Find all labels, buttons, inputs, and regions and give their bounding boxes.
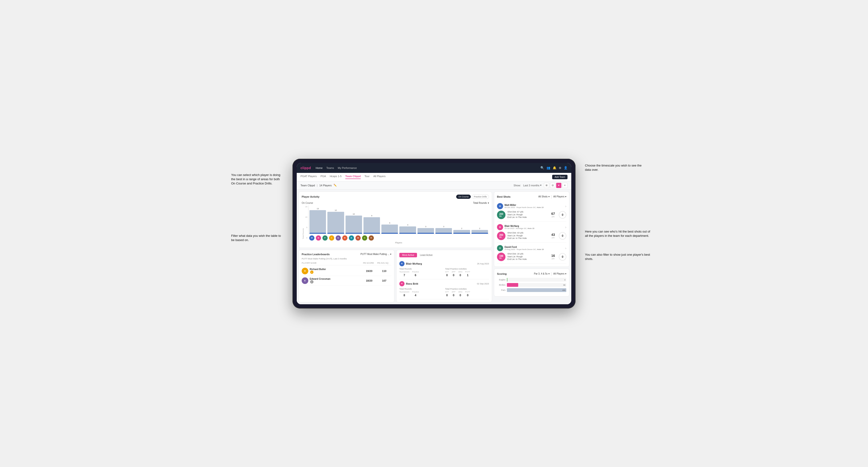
practice-player: R Richard Butler 1 xyxy=(302,268,361,274)
scoring-bar-container: 3 xyxy=(507,278,566,282)
tab-most-active[interactable]: Most Active xyxy=(399,253,417,257)
player-avatar: C xyxy=(362,236,367,241)
shot-avatar: M xyxy=(497,203,503,209)
bottom-row: Practice Leaderboards PUTT Must Make Put… xyxy=(299,250,492,302)
best-shots-header: Best Shots All Shots ▾ | All Players ▾ xyxy=(497,195,566,199)
sub-nav-all-players[interactable]: All Players xyxy=(373,175,385,179)
bar-element[interactable] xyxy=(435,228,452,234)
add-team-button[interactable]: Add Team xyxy=(552,175,567,179)
nav-link-teams[interactable]: Teams xyxy=(327,166,334,169)
chart-sub-header: On Course Total Rounds ▾ xyxy=(302,201,489,204)
chevron-right-icon[interactable]: › xyxy=(565,225,566,229)
bar-highlight xyxy=(471,233,488,234)
putt-label: PUTT xyxy=(465,271,470,273)
rounds-stat-title: Total Rounds xyxy=(399,288,443,290)
view-grid2-icon[interactable]: ⊞ xyxy=(544,183,549,188)
filter-all-players[interactable]: All Players ▾ xyxy=(553,195,566,198)
shot-player-left: D David Ford 24 Aug 2023 · Royal North D… xyxy=(497,245,544,251)
bar-element[interactable] xyxy=(453,230,470,234)
bar-group: 3 xyxy=(435,225,452,234)
chevron-right-icon[interactable]: › xyxy=(565,246,566,250)
practice-select[interactable]: PUTT Must Make Putting ... ▾ xyxy=(361,253,391,255)
timescale-select[interactable]: Last 3 months ▾ xyxy=(523,184,541,187)
practice-rows: R Richard Butler 1 19/20 110 E Edward Cr… xyxy=(302,266,391,286)
chart-filter-select[interactable]: Total Rounds ▾ xyxy=(473,201,489,204)
view-heart-icon[interactable]: ♥ xyxy=(556,183,561,188)
nav-icons: 🔍 👥 🔔 ⊕ 👤 xyxy=(540,166,567,169)
edit-icon[interactable]: ✏️ xyxy=(334,184,337,187)
shot-description: Shot Dist: 43 yds Start Lie: Rough End L… xyxy=(507,231,547,240)
chevron-right-icon[interactable]: › xyxy=(565,204,566,208)
arg-value: 0 xyxy=(460,274,461,277)
player-activity-header: Player Activity On Course Practice Drill… xyxy=(302,195,489,199)
app-label: APP xyxy=(452,291,456,293)
scoring-bar-value: 499 xyxy=(562,289,565,291)
bar-element[interactable] xyxy=(328,212,344,234)
bar-element[interactable] xyxy=(417,228,434,234)
bar-element[interactable] xyxy=(399,226,416,234)
view-icons: ⊞ ⊟ ♥ ≡ xyxy=(544,183,567,188)
filter-scoring-players[interactable]: All Players ▾ xyxy=(553,272,566,275)
shot-badge: 200 SG xyxy=(497,211,505,219)
users-icon[interactable]: 👥 xyxy=(547,166,550,169)
activity-player-left: R Rees Britt xyxy=(399,281,418,286)
bar-group: 13 xyxy=(309,208,326,234)
sub-nav-tour[interactable]: Tour xyxy=(365,175,369,179)
toggle-on-course[interactable]: On Course xyxy=(456,195,471,199)
gtt-value: 0 xyxy=(446,274,448,277)
scoring-bar-container: 499 xyxy=(507,288,566,292)
filter-par-types[interactable]: Par 3, 4 & 5s ▾ xyxy=(534,272,550,275)
team-count: 14 Players xyxy=(319,184,332,187)
nav-link-performance[interactable]: My Performance xyxy=(338,166,357,169)
app-stat: APP 0 xyxy=(452,271,456,277)
activity-player: B Blair McHarg 26 Aug 2023 Total Rounds … xyxy=(399,259,489,279)
practice-player: E Edward Crossman 2 xyxy=(302,277,361,284)
sub-nav-pga[interactable]: PGA xyxy=(320,175,326,179)
activity-player-name: Rees Britt xyxy=(406,282,418,285)
toggle-practice[interactable]: Practice Drills xyxy=(472,195,489,199)
medal-icon: 1 xyxy=(310,271,313,274)
bell-icon[interactable]: 🔔 xyxy=(553,166,556,169)
practice-stat: Practice 6 xyxy=(412,271,419,277)
bar-element[interactable] xyxy=(381,224,398,234)
sub-nav-team-clippd[interactable]: Team Clippd xyxy=(345,175,361,179)
sub-nav-hcaps[interactable]: Hcaps 1-5 xyxy=(330,175,342,179)
sub-nav-pgat[interactable]: PGAT Players xyxy=(301,175,317,179)
view-grid3-icon[interactable]: ⊟ xyxy=(550,183,555,188)
filter-all-shots[interactable]: All Shots ▾ xyxy=(538,195,549,198)
scoring-row: Eagles 3 xyxy=(497,278,566,282)
bar-element[interactable] xyxy=(364,217,380,234)
putt-value: 0 xyxy=(467,294,468,297)
bar-element[interactable] xyxy=(471,230,488,234)
shot-details: 200 SG Shot Dist: 43 yds Start Lie: Roug… xyxy=(497,231,566,240)
main-content: Player Activity On Course Practice Drill… xyxy=(297,190,571,304)
bar-element[interactable] xyxy=(309,210,326,234)
shot-item: B Blair McHarg 23 Jul 2023 · Ashridge GC… xyxy=(497,222,566,243)
activity-avatar: B xyxy=(399,261,404,266)
shot-metric-dist: 43 yds xyxy=(549,233,557,239)
sub-nav: PGAT Players PGA Hcaps 1-5 Team Clippd T… xyxy=(297,173,571,181)
user-avatar-icon[interactable]: 👤 xyxy=(564,166,567,169)
bar-value: 10 xyxy=(352,213,355,215)
activity-stats: Total Rounds Tournament 8 Practice 4 Tot… xyxy=(399,288,489,297)
bar-group: 4 xyxy=(399,224,416,234)
scoring-bar xyxy=(507,283,518,287)
putt-stat: PUTT 0 xyxy=(465,291,470,297)
tab-least-active[interactable]: Least Active xyxy=(417,253,435,257)
scoring-bar-value: 3 xyxy=(564,279,565,281)
search-icon[interactable]: 🔍 xyxy=(540,166,544,169)
rounds-stat-row: Tournament 8 Practice 4 xyxy=(399,291,443,297)
nav-link-home[interactable]: Home xyxy=(316,166,322,169)
scoring-header: Scoring Par 3, 4 & 5s ▾ | All Players ▾ xyxy=(497,272,566,276)
sub-nav-left: PGAT Players PGA Hcaps 1-5 Team Clippd T… xyxy=(301,175,385,179)
practice-activities-title: Total Practice Activities xyxy=(445,268,489,270)
shot-metric-value: 67 xyxy=(549,212,557,216)
arg-label: ARG xyxy=(458,271,462,273)
scoring-category-label: Eagles xyxy=(497,279,505,281)
view-list-icon[interactable]: ≡ xyxy=(562,183,567,188)
plus-circle-icon[interactable]: ⊕ xyxy=(559,166,561,169)
shot-player-left: M Matt Miller 09 Jun 2023 · Royal North … xyxy=(497,203,544,209)
bar-highlight xyxy=(453,233,470,234)
bar-element[interactable] xyxy=(346,216,362,234)
chart-filter-label: Total Rounds xyxy=(473,201,487,204)
